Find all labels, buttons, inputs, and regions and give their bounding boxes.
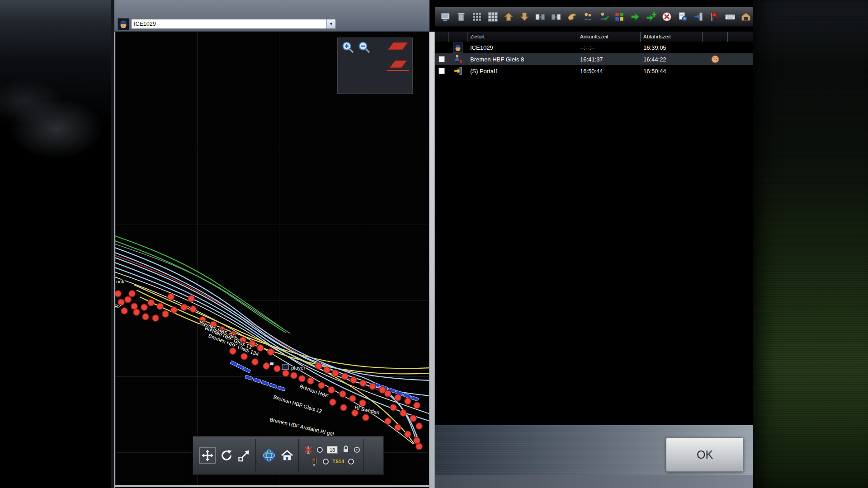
radio-option[interactable] <box>348 459 354 465</box>
zielort-cell: ICE1029 <box>467 44 577 51</box>
radio-option[interactable] <box>323 459 329 465</box>
radio-option[interactable] <box>317 447 323 453</box>
exit-icon[interactable] <box>692 10 705 23</box>
row-checkbox[interactable] <box>439 56 445 62</box>
header-extra2 <box>728 32 753 42</box>
insert-before-icon[interactable] <box>533 10 547 23</box>
signal-options-group: 18 <box>300 439 364 472</box>
driver-icon <box>448 42 467 53</box>
track-label: Bremen HBF Gleis 12 <box>273 394 322 414</box>
screen: ICE1029 ▼ <box>0 0 868 488</box>
arrow-up-icon[interactable] <box>502 10 515 23</box>
world-edge-left <box>0 0 111 488</box>
track-number-box[interactable]: 18 <box>327 446 338 454</box>
map-panel: ICE1029 ▼ <box>114 0 429 488</box>
header-zielort: Zielort <box>467 32 577 42</box>
header-icon-col <box>448 32 467 42</box>
jump-to-button[interactable] <box>237 449 251 462</box>
route-start-icon[interactable] <box>628 10 642 23</box>
footer-ground-strip <box>435 475 753 488</box>
table-row[interactable]: ICE1029 --:--:-- 16:39:05 <box>435 42 753 53</box>
delete-icon[interactable] <box>454 10 468 23</box>
lock-icon[interactable] <box>342 445 350 455</box>
ankunft-cell: --:--:-- <box>577 44 641 51</box>
arrow-down-icon[interactable] <box>518 10 531 23</box>
map-bottom-edge <box>115 485 429 487</box>
zielort-cell: Bremen HBF Gleis 8 <box>467 56 577 63</box>
ankunft-cell: 16:41:37 <box>577 56 641 63</box>
insert-after-icon[interactable] <box>549 10 563 23</box>
chevron-down-icon[interactable]: ▼ <box>326 19 335 28</box>
dialog-frame <box>111 0 114 488</box>
camera-marker-icon <box>270 362 274 365</box>
save-icon[interactable] <box>439 10 452 23</box>
schedule-panel: Zielort Ankunftszeit Abfahrtszeit ICE102… <box>435 0 753 488</box>
panel-divider[interactable] <box>429 32 435 488</box>
signal-off-icon[interactable] <box>304 446 313 455</box>
abfahrt-cell: 16:44:22 <box>641 56 703 63</box>
zoom-in-icon[interactable] <box>341 41 355 54</box>
pan-move-button[interactable] <box>199 447 216 464</box>
world-edge-right <box>753 0 868 488</box>
schedule-toolbar <box>435 7 753 27</box>
track-network: ück R2 Bremen HBF Glei Bremen HBF Gleis … <box>115 32 429 488</box>
train-select-value: ICE1029 <box>132 21 326 27</box>
track-map-viewport[interactable]: ück R2 Bremen HBF Glei Bremen HBF Gleis … <box>114 32 429 488</box>
abfahrt-cell: 16:50:44 <box>641 68 703 75</box>
header-extra1 <box>703 32 728 42</box>
header-ankunftszeit: Ankunftszeit <box>577 32 641 42</box>
zoom-out-icon[interactable] <box>358 41 371 54</box>
ankunft-cell: 16:50:44 <box>577 68 641 75</box>
player-marker-icon <box>282 365 288 370</box>
hand-icon[interactable] <box>565 10 579 23</box>
passenger-stop-icon <box>448 54 467 64</box>
person-edit-icon[interactable] <box>597 10 610 23</box>
schedule-table-header: Zielort Ankunftszeit Abfahrtszeit <box>435 32 753 42</box>
track-label: Bremen HBF Ausfahrt RI ggl <box>269 417 335 436</box>
passengers-icon[interactable] <box>581 10 594 23</box>
train-select-combo[interactable]: ICE1029 ▼ <box>131 19 336 29</box>
dialog-footer: OK <box>435 425 753 475</box>
table-row[interactable]: (S) Portal1 16:50:44 16:50:44 <box>435 65 753 77</box>
ok-button[interactable]: OK <box>666 437 744 472</box>
map-zoom-panel <box>337 38 413 94</box>
radio-option-selected[interactable] <box>354 447 360 453</box>
face-badge-icon <box>703 55 728 63</box>
driver-icon <box>118 18 129 30</box>
globe-icon[interactable] <box>262 448 276 463</box>
header-checkbox-col <box>435 32 448 42</box>
route-add-icon[interactable] <box>644 10 658 23</box>
rotate-button[interactable] <box>220 449 233 462</box>
abfahrt-cell: 16:39:05 <box>641 44 703 51</box>
depot-icon[interactable] <box>739 10 753 23</box>
properties-icon[interactable] <box>676 10 689 23</box>
navigation-group <box>195 439 256 472</box>
track-label: ück <box>116 279 124 284</box>
grid-small-icon[interactable] <box>470 10 484 23</box>
color-grid-icon[interactable] <box>613 10 626 23</box>
grid-large-icon[interactable] <box>486 10 500 23</box>
route-remove-icon[interactable] <box>660 10 674 23</box>
flag-icon[interactable] <box>708 10 721 23</box>
ts-label: TS14 <box>333 459 344 464</box>
row-checkbox[interactable] <box>439 68 445 74</box>
portal-icon <box>448 66 467 75</box>
header-abfahrtszeit: Abfahrtszeit <box>641 32 703 42</box>
map-header: ICE1029 ▼ <box>114 0 429 32</box>
gradient-display-icons[interactable] <box>385 40 410 78</box>
keyboard-icon[interactable] <box>723 10 737 23</box>
view-group <box>257 439 299 472</box>
zielort-cell: (S) Portal1 <box>467 68 577 75</box>
table-row[interactable]: Bremen HBF Gleis 8 16:41:37 16:44:22 <box>435 53 753 65</box>
home-icon[interactable] <box>280 449 294 462</box>
track-label: player <box>291 365 305 371</box>
track-label: R2 <box>115 304 121 309</box>
map-tools-bar: 18 <box>193 436 384 475</box>
signal-red-icon[interactable] <box>310 457 319 466</box>
signal-layer <box>115 291 422 450</box>
